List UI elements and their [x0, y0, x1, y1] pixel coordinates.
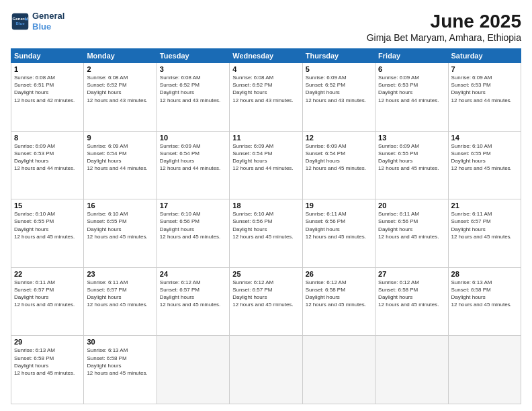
table-cell: 28Sunrise: 6:13 AMSunset: 6:58 PMDayligh…: [448, 267, 521, 336]
table-cell: 12Sunrise: 6:09 AMSunset: 6:54 PMDayligh…: [302, 131, 375, 199]
day-info: Sunrise: 6:11 AMSunset: 6:57 PMDaylight …: [451, 210, 518, 240]
table-cell: 5Sunrise: 6:09 AMSunset: 6:52 PMDaylight…: [302, 63, 375, 132]
day-number: 8: [14, 134, 81, 142]
table-cell: 1Sunrise: 6:08 AMSunset: 6:51 PMDaylight…: [11, 63, 84, 132]
table-cell: 22Sunrise: 6:11 AMSunset: 6:57 PMDayligh…: [11, 267, 84, 336]
day-info: Sunrise: 6:13 AMSunset: 6:58 PMDaylight …: [451, 279, 518, 309]
table-cell: 19Sunrise: 6:11 AMSunset: 6:56 PMDayligh…: [302, 199, 375, 268]
day-number: 7: [451, 65, 518, 73]
day-info: Sunrise: 6:10 AMSunset: 6:55 PMDaylight …: [14, 210, 81, 240]
day-number: 30: [87, 338, 153, 346]
svg-text:Blue: Blue: [15, 21, 25, 26]
day-number: 22: [14, 270, 81, 278]
table-cell: 20Sunrise: 6:11 AMSunset: 6:56 PMDayligh…: [375, 199, 448, 268]
day-info: Sunrise: 6:12 AMSunset: 6:58 PMDaylight …: [306, 279, 372, 309]
day-number: 25: [232, 270, 299, 278]
day-number: 6: [378, 65, 445, 73]
day-info: Sunrise: 6:11 AMSunset: 6:56 PMDaylight …: [378, 210, 445, 240]
table-cell: [230, 336, 302, 404]
table-cell: 3Sunrise: 6:08 AMSunset: 6:52 PMDaylight…: [157, 63, 229, 132]
day-info: Sunrise: 6:09 AMSunset: 6:54 PMDaylight …: [232, 142, 299, 173]
day-number: 18: [232, 201, 299, 210]
day-number: 3: [160, 65, 226, 73]
table-cell: 14Sunrise: 6:10 AMSunset: 6:55 PMDayligh…: [448, 131, 521, 199]
day-number: 13: [378, 134, 445, 142]
day-info: Sunrise: 6:09 AMSunset: 6:53 PMDaylight …: [451, 74, 518, 104]
day-number: 5: [306, 65, 372, 73]
table-cell: [157, 336, 229, 404]
day-number: 19: [306, 201, 372, 210]
table-cell: 25Sunrise: 6:12 AMSunset: 6:57 PMDayligh…: [230, 267, 302, 336]
day-info: Sunrise: 6:09 AMSunset: 6:54 PMDaylight …: [87, 142, 153, 173]
day-info: Sunrise: 6:11 AMSunset: 6:56 PMDaylight …: [306, 210, 372, 240]
day-info: Sunrise: 6:09 AMSunset: 6:54 PMDaylight …: [160, 142, 226, 173]
day-number: 27: [378, 270, 445, 278]
day-info: Sunrise: 6:08 AMSunset: 6:52 PMDaylight …: [87, 74, 153, 104]
day-number: 23: [87, 270, 153, 278]
table-cell: 13Sunrise: 6:09 AMSunset: 6:55 PMDayligh…: [375, 131, 448, 199]
day-info: Sunrise: 6:12 AMSunset: 6:57 PMDaylight …: [160, 279, 226, 309]
day-number: 4: [232, 65, 299, 73]
day-number: 17: [160, 201, 226, 210]
page-title: June 2025: [367, 11, 521, 32]
day-number: 26: [306, 270, 372, 278]
header-wednesday: Wednesday: [230, 49, 302, 63]
table-row: 29Sunrise: 6:13 AMSunset: 6:58 PMDayligh…: [11, 336, 521, 404]
day-info: Sunrise: 6:09 AMSunset: 6:53 PMDaylight …: [378, 74, 445, 104]
day-number: 29: [14, 338, 81, 346]
table-cell: 17Sunrise: 6:10 AMSunset: 6:56 PMDayligh…: [157, 199, 229, 268]
day-number: 21: [451, 201, 518, 210]
table-cell: 27Sunrise: 6:12 AMSunset: 6:58 PMDayligh…: [375, 267, 448, 336]
table-cell: 6Sunrise: 6:09 AMSunset: 6:53 PMDaylight…: [375, 63, 448, 132]
table-row: 1Sunrise: 6:08 AMSunset: 6:51 PMDaylight…: [11, 63, 521, 132]
logo-text: General Blue: [32, 11, 64, 32]
header-sunday: Sunday: [11, 49, 84, 63]
header-friday: Friday: [375, 49, 448, 63]
table-cell: [375, 336, 448, 404]
day-info: Sunrise: 6:10 AMSunset: 6:55 PMDaylight …: [87, 210, 153, 240]
table-cell: 16Sunrise: 6:10 AMSunset: 6:55 PMDayligh…: [84, 199, 157, 268]
day-number: 11: [232, 134, 299, 142]
day-info: Sunrise: 6:12 AMSunset: 6:57 PMDaylight …: [232, 279, 299, 309]
table-row: 8Sunrise: 6:09 AMSunset: 6:53 PMDaylight…: [11, 131, 521, 199]
day-number: 14: [451, 134, 518, 142]
header-saturday: Saturday: [448, 49, 521, 63]
page: General Blue General Blue June 2025 Gimj…: [0, 0, 532, 411]
day-info: Sunrise: 6:12 AMSunset: 6:58 PMDaylight …: [378, 279, 445, 309]
day-info: Sunrise: 6:08 AMSunset: 6:52 PMDaylight …: [232, 74, 299, 104]
day-number: 10: [160, 134, 226, 142]
day-info: Sunrise: 6:08 AMSunset: 6:52 PMDaylight …: [160, 74, 226, 104]
calendar-header-row: Sunday Monday Tuesday Wednesday Thursday…: [11, 49, 521, 63]
day-info: Sunrise: 6:11 AMSunset: 6:57 PMDaylight …: [87, 279, 153, 309]
table-cell: 23Sunrise: 6:11 AMSunset: 6:57 PMDayligh…: [84, 267, 157, 336]
table-cell: 26Sunrise: 6:12 AMSunset: 6:58 PMDayligh…: [302, 267, 375, 336]
table-row: 22Sunrise: 6:11 AMSunset: 6:57 PMDayligh…: [11, 267, 521, 336]
day-info: Sunrise: 6:13 AMSunset: 6:58 PMDaylight …: [14, 347, 81, 377]
day-info: Sunrise: 6:09 AMSunset: 6:52 PMDaylight …: [306, 74, 372, 104]
day-number: 9: [87, 134, 153, 142]
table-cell: [302, 336, 375, 404]
day-info: Sunrise: 6:10 AMSunset: 6:56 PMDaylight …: [232, 210, 299, 240]
header-thursday: Thursday: [302, 49, 375, 63]
header: General Blue General Blue June 2025 Gimj…: [11, 11, 521, 43]
table-cell: 11Sunrise: 6:09 AMSunset: 6:54 PMDayligh…: [230, 131, 302, 199]
day-info: Sunrise: 6:10 AMSunset: 6:56 PMDaylight …: [160, 210, 226, 240]
day-info: Sunrise: 6:09 AMSunset: 6:54 PMDaylight …: [306, 142, 372, 173]
table-cell: 4Sunrise: 6:08 AMSunset: 6:52 PMDaylight…: [230, 63, 302, 132]
day-number: 1: [14, 65, 81, 73]
table-cell: 18Sunrise: 6:10 AMSunset: 6:56 PMDayligh…: [230, 199, 302, 268]
table-cell: 29Sunrise: 6:13 AMSunset: 6:58 PMDayligh…: [11, 336, 84, 404]
table-cell: 7Sunrise: 6:09 AMSunset: 6:53 PMDaylight…: [448, 63, 521, 132]
day-info: Sunrise: 6:13 AMSunset: 6:58 PMDaylight …: [87, 347, 153, 377]
table-cell: 10Sunrise: 6:09 AMSunset: 6:54 PMDayligh…: [157, 131, 229, 199]
day-number: 24: [160, 270, 226, 278]
day-number: 15: [14, 201, 81, 210]
table-cell: 8Sunrise: 6:09 AMSunset: 6:53 PMDaylight…: [11, 131, 84, 199]
day-info: Sunrise: 6:10 AMSunset: 6:55 PMDaylight …: [451, 142, 518, 173]
calendar-table: Sunday Monday Tuesday Wednesday Thursday…: [11, 48, 521, 404]
table-cell: 15Sunrise: 6:10 AMSunset: 6:55 PMDayligh…: [11, 199, 84, 268]
header-monday: Monday: [84, 49, 157, 63]
table-cell: 24Sunrise: 6:12 AMSunset: 6:57 PMDayligh…: [157, 267, 229, 336]
day-info: Sunrise: 6:09 AMSunset: 6:53 PMDaylight …: [14, 142, 81, 173]
day-number: 2: [87, 65, 153, 73]
